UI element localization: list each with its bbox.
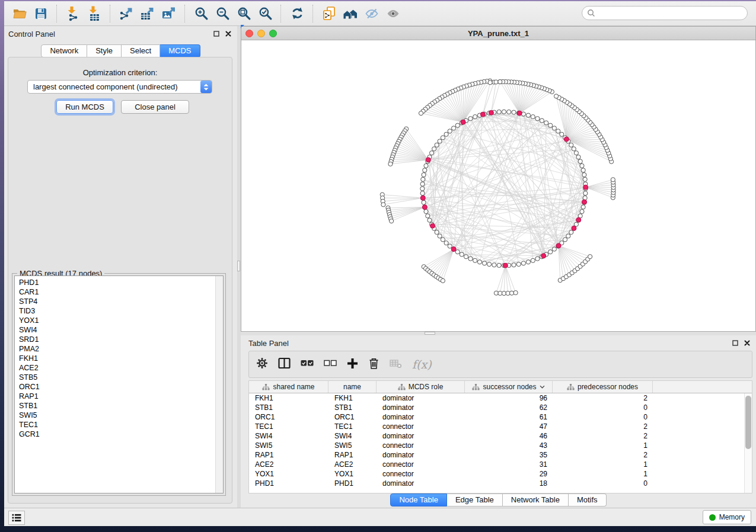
cell-successor-nodes[interactable]: 29 (465, 469, 553, 479)
list-scrollbar-track[interactable] (215, 276, 223, 493)
mcds-result-item[interactable]: STB1 (15, 401, 223, 411)
export-image-icon[interactable] (160, 5, 178, 22)
cell-successor-nodes[interactable]: 96 (465, 393, 553, 403)
tab-node-table[interactable]: Node Table (390, 493, 447, 507)
mcds-result-item[interactable]: PHD1 (15, 278, 223, 287)
table-row[interactable]: SWI4SWI4dominator462 (249, 431, 752, 441)
splitter-handle[interactable] (425, 332, 435, 335)
network-canvas[interactable] (241, 40, 755, 331)
table-scrollbar-thumb[interactable] (745, 396, 751, 449)
cell-MCDS-role[interactable]: connector (377, 460, 465, 469)
mcds-result-item[interactable]: CAR1 (15, 287, 223, 297)
save-session-icon[interactable] (32, 5, 50, 22)
cell-shared-name[interactable]: SWI5 (249, 441, 328, 450)
tab-select[interactable]: Select (122, 44, 160, 57)
table-row[interactable]: FKH1FKH1dominator962 (249, 393, 752, 403)
mcds-result-item[interactable]: STP4 (15, 297, 223, 306)
cell-predecessor-nodes[interactable]: 2 (553, 450, 653, 460)
zoom-out-icon[interactable] (213, 5, 231, 22)
cell-successor-nodes[interactable]: 31 (465, 460, 553, 469)
mcds-result-item[interactable]: SRD1 (15, 335, 223, 344)
cell-successor-nodes[interactable]: 46 (465, 431, 553, 441)
mcds-result-item[interactable]: TID3 (15, 306, 223, 316)
hide-selected-eye-slash-icon[interactable] (363, 5, 381, 22)
import-network-icon[interactable] (64, 5, 82, 22)
export-network-icon[interactable] (117, 5, 135, 22)
cell-predecessor-nodes[interactable]: 2 (553, 431, 653, 441)
tab-motifs[interactable]: Motifs (569, 493, 607, 507)
close-panel-button[interactable]: Close panel (121, 100, 189, 114)
cell-predecessor-nodes[interactable]: 2 (553, 393, 653, 403)
cell-MCDS-role[interactable]: dominator (377, 450, 465, 460)
cell-MCDS-role[interactable]: dominator (377, 412, 465, 422)
mcds-result-item[interactable]: RAP1 (15, 392, 223, 401)
mcds-result-item[interactable]: PMA2 (15, 344, 223, 354)
mcds-result-item[interactable]: ORC1 (15, 382, 223, 392)
cell-MCDS-role[interactable]: dominator (377, 479, 465, 488)
cell-name[interactable]: RAP1 (328, 450, 377, 460)
cell-MCDS-role[interactable]: connector (377, 441, 465, 450)
mcds-result-item[interactable]: SWI4 (15, 325, 223, 335)
cell-shared-name[interactable]: SWI4 (249, 431, 328, 441)
cell-successor-nodes[interactable]: 47 (465, 422, 553, 431)
open-file-icon[interactable] (11, 5, 28, 22)
mcds-result-item[interactable]: FKH1 (15, 354, 223, 363)
cell-MCDS-role[interactable]: dominator (377, 403, 465, 412)
cell-successor-nodes[interactable]: 18 (465, 479, 553, 488)
column-header-MCDS-role[interactable]: MCDS role (377, 381, 465, 393)
cell-shared-name[interactable]: PHD1 (249, 479, 328, 488)
cell-name[interactable]: SWI4 (328, 431, 377, 441)
memory-button[interactable]: Memory (703, 510, 751, 524)
unselect-all-icon[interactable] (324, 359, 337, 370)
table-row[interactable]: YOX1YOX1connector291 (249, 469, 752, 479)
duplicate-network-icon[interactable] (320, 5, 338, 22)
import-table-icon[interactable] (85, 5, 103, 22)
mcds-result-item[interactable]: ACE2 (15, 363, 223, 373)
cell-name[interactable]: FKH1 (328, 393, 377, 403)
add-column-icon[interactable] (347, 358, 358, 371)
tab-style[interactable]: Style (87, 44, 122, 57)
split-panel-icon[interactable] (278, 357, 291, 371)
cell-shared-name[interactable]: RAP1 (249, 450, 328, 460)
float-panel-icon[interactable] (213, 28, 219, 39)
select-all-icon[interactable] (301, 359, 314, 370)
optimization-criterion-select[interactable]: largest connected component (undirected) (27, 80, 212, 94)
tab-edge-table[interactable]: Edge Table (447, 493, 503, 507)
cell-MCDS-role[interactable]: dominator (377, 393, 465, 403)
cell-shared-name[interactable]: FKH1 (249, 393, 328, 403)
show-all-eye-icon[interactable] (384, 5, 402, 22)
task-history-button[interactable] (8, 511, 25, 525)
cell-predecessor-nodes[interactable]: 1 (553, 469, 653, 479)
cell-shared-name[interactable]: TEC1 (249, 422, 328, 431)
table-row[interactable]: STB1STB1dominator620 (249, 403, 752, 412)
network-window-titlebar[interactable]: YPA_prune.txt_1 (241, 27, 755, 40)
table-row[interactable]: SWI5SWI5connector431 (249, 441, 752, 450)
cell-successor-nodes[interactable]: 61 (465, 412, 553, 422)
table-row[interactable]: ACE2ACE2connector311 (249, 460, 752, 469)
table-scrollbar-track[interactable] (744, 393, 752, 493)
cell-successor-nodes[interactable]: 43 (465, 441, 553, 450)
column-header-successor-nodes[interactable]: successor nodes (465, 381, 553, 393)
cell-predecessor-nodes[interactable]: 1 (553, 441, 653, 450)
cell-predecessor-nodes[interactable]: 0 (553, 403, 653, 412)
cell-name[interactable]: STB1 (328, 403, 377, 412)
houses-icon[interactable] (342, 5, 359, 22)
tab-mcds[interactable]: MCDS (160, 44, 200, 57)
cell-shared-name[interactable]: ACE2 (249, 460, 328, 469)
close-panel-icon[interactable] (225, 28, 231, 39)
mcds-result-item[interactable]: TEC1 (15, 420, 223, 430)
cell-predecessor-nodes[interactable]: 0 (553, 479, 653, 488)
tab-network-table[interactable]: Network Table (503, 493, 569, 507)
table-row[interactable]: TEC1TEC1connector472 (249, 422, 752, 431)
cell-name[interactable]: ACE2 (328, 460, 377, 469)
cell-predecessor-nodes[interactable]: 0 (553, 412, 653, 422)
cell-MCDS-role[interactable]: connector (377, 422, 465, 431)
settings-gear-icon[interactable] (256, 357, 268, 371)
zoom-in-icon[interactable] (192, 5, 210, 22)
delete-column-trash-icon[interactable] (368, 357, 379, 372)
refresh-icon[interactable] (288, 5, 306, 22)
column-header-shared-name[interactable]: shared name (249, 381, 328, 393)
cell-shared-name[interactable]: STB1 (249, 403, 328, 412)
mcds-result-item[interactable]: SWI5 (15, 411, 223, 420)
cell-MCDS-role[interactable]: connector (377, 469, 465, 479)
